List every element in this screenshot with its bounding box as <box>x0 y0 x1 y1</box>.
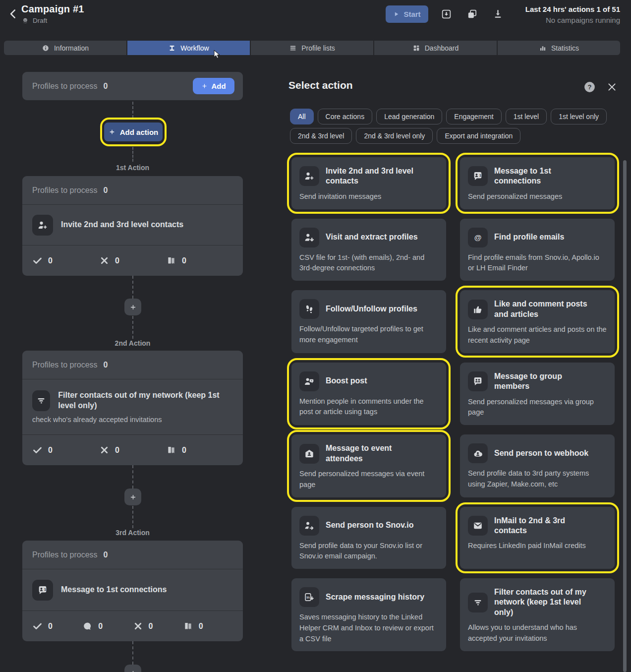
workflow-step-card-3[interactable]: Profiles to process 0 1 Message to 1st c… <box>22 541 243 641</box>
workflow-connector <box>132 102 133 118</box>
download-icon[interactable] <box>492 8 504 20</box>
action-card-find-emails[interactable]: @ Find profile emails Find profile email… <box>460 219 615 281</box>
failed-counter: 0 <box>133 621 183 631</box>
queued-counter: 0 <box>166 445 233 455</box>
filter-chip-core-actions[interactable]: Core actions <box>318 109 373 124</box>
action-card-message-event[interactable]: Message to event attendees Send personal… <box>291 434 446 497</box>
step-card-header: Profiles to process 0 <box>22 541 243 569</box>
action-card-like-comment[interactable]: Like and comment posts and articles Like… <box>460 290 615 353</box>
add-action-button[interactable]: Add action <box>104 122 163 141</box>
filter-chip-1st-level-only[interactable]: 1st level only <box>551 109 607 124</box>
action-title: Filter contacts out of my network (keep … <box>494 587 599 617</box>
step-title: Message to 1st connections <box>61 585 167 595</box>
insert-action-button[interactable] <box>124 489 141 505</box>
counter-value: 0 <box>98 622 103 631</box>
step-card-header: Profiles to process 0 <box>22 176 243 205</box>
counter-value: 0 <box>48 256 53 265</box>
action-card-follow-unfollow[interactable]: Follow/Unfollow profiles Follow/Unfollow… <box>291 290 446 353</box>
info-icon <box>42 44 50 52</box>
action-card-filter-network[interactable]: Filter contacts out of my network (keep … <box>460 578 615 651</box>
action-title: Message to event attendees <box>326 443 431 464</box>
action-desc: Like and comment articles and posts on t… <box>468 324 607 346</box>
tab-label: Dashboard <box>425 44 459 52</box>
queued-counter: 0 <box>183 621 233 631</box>
envelope-icon <box>472 520 483 531</box>
action-desc: Send personalized messages <box>468 191 607 202</box>
import-icon[interactable] <box>441 8 452 20</box>
svg-text:1: 1 <box>44 587 47 592</box>
tab-workflow[interactable]: Workflow <box>127 41 250 55</box>
tab-statistics[interactable]: Statistics <box>498 41 620 55</box>
workflow-connector <box>132 506 133 528</box>
counter-value: 0 <box>182 256 186 265</box>
tab-label: Profile lists <box>301 44 335 52</box>
tab-bar: Information Workflow Profile lists Dashb… <box>4 41 620 55</box>
at-bubble-icon: @ <box>472 232 483 243</box>
step-title: Invite 2nd and 3rd level contacts <box>61 220 183 230</box>
help-icon[interactable]: ? <box>583 81 596 93</box>
action-card-invite-2nd-3rd[interactable]: Invite 2nd and 3rd level contacts Send i… <box>291 157 446 209</box>
chip-label: Core actions <box>326 113 365 121</box>
filter-chip-engagement[interactable]: Engagement <box>446 109 501 124</box>
action-card-scrape-history[interactable]: in Scrape messaging history Saves messag… <box>291 578 446 651</box>
filter-chip-1st-level[interactable]: 1st level <box>506 109 547 124</box>
workflow-step-card-1[interactable]: Profiles to process 0 Invite 2nd and 3rd… <box>22 176 243 276</box>
thumb-up-icon <box>472 304 483 315</box>
panel-scrollbar[interactable] <box>623 160 627 672</box>
insert-action-button[interactable] <box>124 665 141 672</box>
filter-chip-lead-generation[interactable]: Lead generation <box>376 109 442 124</box>
workflow-connector <box>132 465 133 489</box>
action-desc: Send personalized messages via event pag… <box>299 469 438 490</box>
last-actions-count: Last 24 hrs' actions 1 of 51 <box>525 4 620 15</box>
action-desc: Saves messaging history to the Linked He… <box>299 612 438 644</box>
campaign-workflow-screen: Campaign #1 Draft Start Last 24 hrs' act… <box>0 0 631 672</box>
step-label-1: 1st Action <box>22 164 243 172</box>
workflow-icon <box>168 44 176 52</box>
action-card-webhook[interactable]: Send person to webhook Send profile data… <box>460 434 615 497</box>
success-counter: 0 <box>32 621 82 631</box>
back-button[interactable] <box>7 7 20 20</box>
workflow-step-card-2[interactable]: Profiles to process 0 Filter contacts ou… <box>22 351 243 465</box>
action-card-snovio[interactable]: Send person to Snov.io Send profile data… <box>291 507 446 569</box>
filter-chip-2nd-3rd-level-only[interactable]: 2nd & 3rd level only <box>356 128 433 144</box>
list-icon <box>289 44 297 52</box>
step-counters: 0 0 0 <box>22 434 243 465</box>
profiles-to-process-label: Profiles to process <box>32 550 98 559</box>
boost-post-icon <box>304 376 315 387</box>
failed-counter: 0 <box>99 255 166 266</box>
action-desc: Send personalized messages via group pag… <box>468 397 607 419</box>
profiles-to-process-label: Profiles to process <box>32 186 98 195</box>
action-title: Visit and extract profiles <box>326 232 418 242</box>
action-card-visit-extract[interactable]: Visit and extract profiles CSV file for … <box>291 219 446 281</box>
tab-profile-lists[interactable]: Profile lists <box>251 41 373 55</box>
close-icon[interactable] <box>607 82 617 92</box>
plus-icon <box>201 83 208 89</box>
chip-label: Engagement <box>454 113 493 121</box>
filter-chip-2nd-3rd-level[interactable]: 2nd & 3rd level <box>290 128 352 144</box>
action-card-boost-post[interactable]: Boost post Mention people in comments un… <box>291 363 446 425</box>
chip-label: 2nd & 3rd level <box>298 132 344 140</box>
tab-information[interactable]: Information <box>4 41 126 55</box>
action-card-message-1st[interactable]: 1 Message to 1st connections Send person… <box>460 157 615 209</box>
tab-label: Statistics <box>551 44 579 52</box>
pages-icon <box>166 445 176 455</box>
status-label: Draft <box>33 17 47 24</box>
start-campaign-button[interactable]: Start <box>386 5 428 23</box>
add-profiles-button[interactable]: Add <box>193 78 234 94</box>
action-card-inmail[interactable]: InMail to 2nd & 3rd contacts Requires Li… <box>460 507 615 569</box>
step-title: Filter contacts out of my network (keep … <box>58 390 233 411</box>
filter-chip-all[interactable]: All <box>290 109 314 124</box>
success-counter: 0 <box>32 445 99 455</box>
action-desc: Send profile data to your Snov.io list o… <box>299 541 438 562</box>
cross-icon <box>133 621 143 631</box>
add-label: Add <box>211 82 226 90</box>
insert-action-button[interactable] <box>124 299 141 315</box>
filter-chip-export-integration[interactable]: Export and integration <box>437 128 520 144</box>
action-title: Send person to webhook <box>494 448 588 458</box>
message-1st-icon: 1 <box>472 171 483 182</box>
svg-text:1: 1 <box>479 174 482 178</box>
action-card-message-group[interactable]: Message to group members Send personaliz… <box>460 363 615 425</box>
duplicate-icon[interactable] <box>466 8 478 20</box>
profiles-source-card[interactable]: Profiles to process 0 Add <box>22 72 243 100</box>
tab-dashboard[interactable]: Dashboard <box>374 41 497 55</box>
